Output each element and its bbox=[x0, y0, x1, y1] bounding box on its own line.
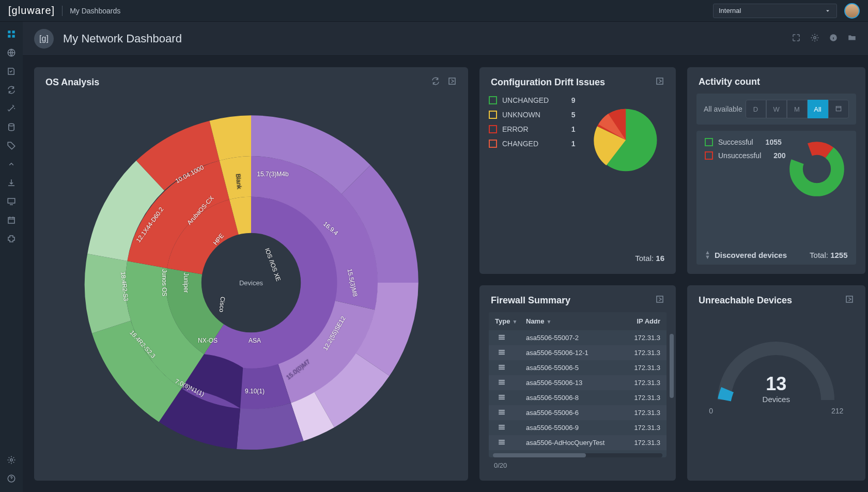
folder-button[interactable] bbox=[847, 33, 857, 44]
table-row[interactable]: asa5506-55006-5172.31.3 bbox=[489, 360, 667, 375]
fullscreen-button[interactable] bbox=[792, 33, 801, 44]
activity-count-card: Activity count All available D W M All S… bbox=[687, 67, 865, 274]
row-ip: 172.31.3 bbox=[624, 364, 660, 372]
svg-rect-40 bbox=[499, 426, 505, 427]
os-sunburst-chart[interactable]: Devices IOS /IOS XE Cisco Juniper Junos … bbox=[70, 102, 432, 464]
nav-globe[interactable] bbox=[3, 44, 20, 61]
nav-tag[interactable] bbox=[3, 137, 20, 154]
svg-point-10 bbox=[814, 36, 816, 39]
svg-rect-30 bbox=[499, 380, 505, 381]
activity-title: Activity count bbox=[699, 76, 760, 87]
svg-rect-43 bbox=[499, 441, 505, 442]
firewall-icon bbox=[498, 378, 505, 387]
table-row[interactable]: asa5506-55006-8172.31.3 bbox=[489, 390, 667, 405]
range-calendar[interactable] bbox=[828, 100, 849, 118]
svg-rect-7 bbox=[8, 218, 14, 223]
activity-donut-chart[interactable] bbox=[786, 138, 848, 200]
svg-rect-21 bbox=[499, 335, 505, 336]
settings-button[interactable] bbox=[810, 33, 819, 44]
svg-rect-27 bbox=[499, 365, 505, 366]
row-ip: 172.31.3 bbox=[624, 349, 660, 357]
svg-rect-38 bbox=[499, 413, 505, 414]
svg-rect-3 bbox=[12, 35, 15, 38]
nav-settings[interactable] bbox=[3, 452, 20, 468]
drift-pie-chart[interactable] bbox=[585, 96, 667, 184]
nav-schedule[interactable] bbox=[3, 212, 20, 228]
info-button[interactable] bbox=[829, 33, 838, 44]
firewall-icon bbox=[498, 423, 505, 432]
sunburst-center-label: Devices bbox=[239, 279, 263, 287]
col-ip[interactable]: IP Addr bbox=[624, 317, 660, 325]
svg-rect-35 bbox=[499, 398, 505, 399]
pager: 0/20 bbox=[489, 457, 667, 471]
svg-rect-26 bbox=[499, 353, 505, 355]
col-name[interactable]: Name▼ bbox=[526, 317, 624, 325]
table-row[interactable]: asa5506-55006-9172.31.3 bbox=[489, 420, 667, 435]
table-row[interactable]: asa5506-AdHocQueryTest172.31.3 bbox=[489, 435, 667, 450]
left-nav-rail bbox=[0, 22, 23, 492]
breadcrumb[interactable]: My Dashboards bbox=[70, 7, 120, 15]
svg-rect-32 bbox=[499, 383, 505, 385]
svg-rect-24 bbox=[499, 350, 505, 351]
activity-range-label: All available bbox=[704, 105, 742, 113]
expand-button[interactable] bbox=[655, 295, 664, 306]
nav-audit[interactable] bbox=[3, 63, 20, 80]
range-D[interactable]: D bbox=[746, 100, 766, 118]
svg-rect-0 bbox=[8, 30, 10, 33]
nav-help[interactable] bbox=[3, 470, 20, 487]
nav-data[interactable] bbox=[3, 119, 20, 135]
table-row[interactable]: asa5506-55007-2172.31.3 bbox=[489, 330, 667, 345]
horizontal-scrollbar[interactable] bbox=[493, 453, 662, 457]
legend-square-green bbox=[705, 138, 713, 146]
expand-button[interactable] bbox=[655, 76, 664, 88]
org-selector[interactable]: Internal bbox=[713, 4, 837, 18]
range-W[interactable]: W bbox=[766, 100, 787, 118]
config-drift-card: Configuration Drift Issues UNCHANGED9 UN… bbox=[479, 67, 676, 274]
page-title-bar: [g] My Network Dashboard bbox=[23, 22, 868, 56]
firewall-title: Firewall Summary bbox=[491, 295, 570, 306]
firewall-icon bbox=[498, 408, 505, 417]
svg-rect-22 bbox=[499, 336, 505, 337]
range-All[interactable]: All bbox=[808, 100, 828, 118]
workspace-icon: [g] bbox=[34, 29, 54, 49]
firewall-summary-card: Firewall Summary Type▼ Name▼ IP Addr asa… bbox=[479, 285, 676, 481]
col-type[interactable]: Type▼ bbox=[495, 317, 526, 325]
table-row[interactable]: asa5506-55006-6172.31.3 bbox=[489, 405, 667, 420]
svg-rect-6 bbox=[8, 198, 15, 203]
row-ip: 172.31.3 bbox=[624, 379, 660, 387]
nav-sync[interactable] bbox=[3, 82, 20, 98]
os-analysis-title: OS Analysis bbox=[45, 77, 99, 88]
firewall-icon bbox=[498, 348, 505, 357]
nav-download[interactable] bbox=[3, 175, 20, 191]
nav-collapse[interactable] bbox=[3, 156, 20, 173]
expand-handle-icon[interactable]: ▲▼ bbox=[705, 250, 710, 259]
table-row[interactable]: asa5506-55006-13172.31.3 bbox=[489, 375, 667, 390]
nav-plugin[interactable] bbox=[3, 230, 20, 247]
table-header: Type▼ Name▼ IP Addr bbox=[489, 312, 667, 330]
svg-rect-39 bbox=[499, 425, 505, 426]
avatar[interactable] bbox=[844, 3, 860, 19]
svg-rect-44 bbox=[499, 443, 505, 444]
content-grid: OS Analysis bbox=[23, 56, 868, 492]
svg-rect-29 bbox=[499, 368, 505, 370]
row-name: asa5506-55006-12-1 bbox=[526, 349, 624, 357]
svg-rect-14 bbox=[836, 106, 841, 111]
table-row[interactable]: asa5506-55006-12-1172.31.3 bbox=[489, 345, 667, 360]
svg-rect-1 bbox=[12, 30, 15, 33]
range-M[interactable]: M bbox=[787, 100, 808, 118]
nav-dashboards[interactable] bbox=[3, 26, 20, 42]
expand-button[interactable] bbox=[447, 76, 457, 88]
refresh-button[interactable] bbox=[431, 76, 440, 88]
expand-button[interactable] bbox=[845, 295, 854, 306]
svg-rect-23 bbox=[499, 339, 505, 340]
activity-section-title: Discovered devices bbox=[715, 251, 787, 259]
svg-rect-33 bbox=[499, 395, 505, 396]
nav-monitor[interactable] bbox=[3, 193, 20, 210]
svg-rect-28 bbox=[499, 366, 505, 367]
activity-range-bar: All available D W M All bbox=[696, 94, 856, 125]
row-name: asa5506-55007-2 bbox=[526, 334, 624, 342]
nav-wand[interactable] bbox=[3, 100, 20, 117]
drift-title: Configuration Drift Issues bbox=[491, 77, 605, 88]
svg-rect-2 bbox=[8, 35, 10, 38]
row-name: asa5506-55006-13 bbox=[526, 379, 624, 387]
